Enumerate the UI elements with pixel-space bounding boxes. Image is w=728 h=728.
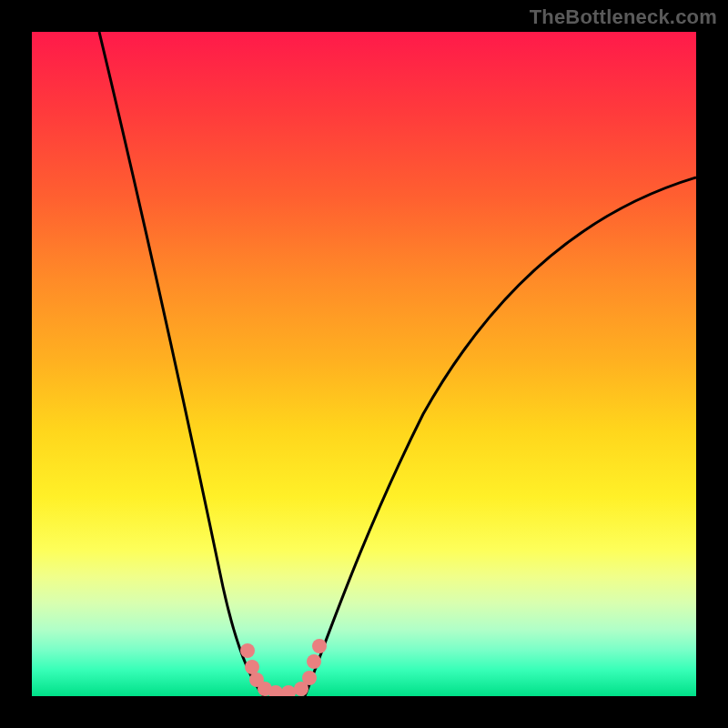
valley-markers xyxy=(240,639,327,696)
chart-frame: TheBottleneck.com xyxy=(0,0,728,728)
svg-point-5 xyxy=(281,685,296,696)
plot-area xyxy=(32,32,696,696)
attribution-label: TheBottleneck.com xyxy=(530,5,717,29)
svg-point-1 xyxy=(245,660,259,674)
svg-point-0 xyxy=(240,643,255,658)
svg-point-7 xyxy=(302,671,317,685)
left-curve xyxy=(99,32,264,696)
svg-point-9 xyxy=(312,639,327,653)
curves-svg xyxy=(32,32,696,696)
right-curve xyxy=(305,177,696,696)
svg-point-8 xyxy=(307,654,321,669)
